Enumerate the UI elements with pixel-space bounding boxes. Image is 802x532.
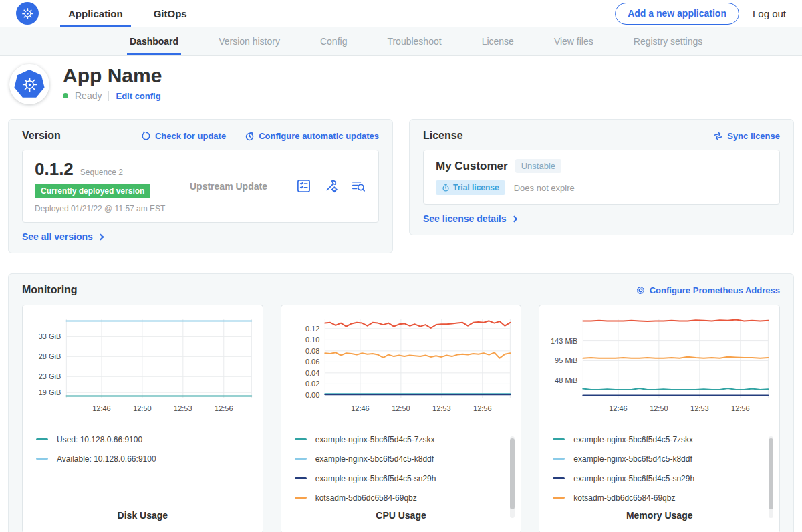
- svg-text:19 GiB: 19 GiB: [39, 388, 61, 396]
- legend-color-dash: [295, 438, 307, 440]
- tab-dashboard[interactable]: Dashboard: [127, 27, 181, 55]
- check-for-update-label: Check for update: [155, 131, 226, 141]
- edit-config-link[interactable]: Edit config: [116, 91, 160, 101]
- monitoring-section: Monitoring Configure Prometheus Address …: [8, 273, 794, 532]
- svg-text:12:53: 12:53: [690, 404, 709, 412]
- view-logs-icon[interactable]: [351, 178, 366, 194]
- legend-item: kotsadm-5db6dc6584-69qbz: [295, 488, 517, 507]
- check-for-update-link[interactable]: Check for update: [141, 131, 226, 141]
- channel-badge: Unstable: [515, 159, 561, 173]
- sync-license-link[interactable]: Sync license: [713, 131, 780, 141]
- top-navbar: Application GitOps Add a new application…: [0, 0, 802, 27]
- current-version-box: 0.1.2 Sequence 2 Currently deployed vers…: [22, 150, 379, 223]
- legend-item: example-nginx-5bc6f5d4c5-sn29h: [553, 469, 775, 488]
- legend-label: example-nginx-5bc6f5d4c5-7zskx: [315, 435, 435, 444]
- sync-icon: [712, 130, 724, 142]
- legend-color-dash: [295, 458, 307, 460]
- see-all-versions-link[interactable]: See all versions: [22, 231, 103, 242]
- svg-text:12:50: 12:50: [392, 404, 410, 412]
- chart-title: Memory Usage: [543, 510, 775, 526]
- tab-license[interactable]: License: [479, 27, 517, 55]
- legend-color-dash: [36, 438, 48, 440]
- svg-text:28 GiB: 28 GiB: [39, 352, 61, 360]
- chart-legend: example-nginx-5bc6f5d4c5-7zskxexample-ng…: [553, 430, 775, 507]
- chart-title: CPU Usage: [285, 510, 517, 526]
- svg-text:23 GiB: 23 GiB: [39, 372, 61, 380]
- app-status-row: Ready Edit config: [63, 90, 162, 101]
- legend-label: example-nginx-5bc6f5d4c5-sn29h: [573, 474, 694, 483]
- legend-color-dash: [295, 477, 307, 479]
- legend-item: kotsadm-5db6dc6584-69qbz: [553, 488, 775, 507]
- chart-legend: example-nginx-5bc6f5d4c5-7zskxexample-ng…: [295, 430, 517, 507]
- legend-scrollbar[interactable]: [769, 436, 773, 518]
- app-icon: [9, 64, 49, 104]
- tab-version-history[interactable]: Version history: [216, 27, 283, 55]
- legend-scrollbar-thumb[interactable]: [510, 438, 515, 509]
- legend-color-dash: [553, 438, 565, 440]
- svg-text:12:46: 12:46: [351, 404, 370, 412]
- cpu-usage-chart: 0.120.100.080.060.040.020.0012:4612:5012…: [285, 313, 517, 419]
- legend-scrollbar[interactable]: [510, 436, 515, 518]
- logout-button[interactable]: Log out: [753, 8, 786, 19]
- legend-color-dash: [295, 497, 307, 499]
- legend-item: example-nginx-5bc6f5d4c5-7zskx: [295, 430, 517, 449]
- svg-text:12:56: 12:56: [215, 404, 233, 412]
- tab-troubleshoot[interactable]: Troubleshoot: [384, 27, 444, 55]
- primary-nav: Application GitOps: [60, 0, 210, 27]
- tab-config[interactable]: Config: [317, 27, 350, 55]
- legend-color-dash: [553, 497, 565, 499]
- legend-label: Available: 10.128.0.66:9100: [57, 454, 156, 464]
- page-title: App Name: [63, 65, 162, 86]
- config-wrench-icon[interactable]: [323, 178, 339, 194]
- svg-text:0.12: 0.12: [305, 325, 319, 333]
- nav-tab-application-label: Application: [68, 8, 123, 19]
- monitoring-title: Monitoring: [22, 284, 78, 296]
- app-header: App Name Ready Edit config: [0, 56, 802, 115]
- svg-text:12:46: 12:46: [610, 404, 628, 412]
- see-license-details-link[interactable]: See license details: [423, 213, 517, 224]
- status-text: Ready: [75, 90, 102, 101]
- legend-label: kotsadm-5db6dc6584-69qbz: [573, 493, 675, 503]
- license-expiry: Does not expire: [514, 183, 575, 193]
- app-subnav: Dashboard Version history Config Trouble…: [0, 27, 802, 56]
- stopwatch-icon: [442, 184, 450, 192]
- svg-text:48 MiB: 48 MiB: [555, 376, 577, 384]
- svg-text:0.02: 0.02: [305, 380, 319, 388]
- add-application-button[interactable]: Add a new application: [615, 3, 739, 25]
- configure-automatic-updates-link[interactable]: Configure automatic updates: [245, 131, 379, 141]
- chart-legend: Used: 10.128.0.66:9100Available: 10.128.…: [36, 430, 259, 469]
- chevron-right-icon: [97, 233, 104, 240]
- divider: [108, 91, 109, 101]
- legend-label: kotsadm-5db6dc6584-69qbz: [315, 493, 417, 503]
- nav-tab-application[interactable]: Application: [60, 0, 131, 27]
- svg-text:0.10: 0.10: [305, 336, 319, 344]
- deployed-timestamp: Deployed 01/21/22 @ 11:57 am EST: [35, 204, 190, 213]
- svg-text:0.00: 0.00: [305, 391, 319, 399]
- customer-name: My Customer: [436, 160, 508, 173]
- legend-label: Used: 10.128.0.66:9100: [57, 435, 142, 444]
- tab-view-files[interactable]: View files: [551, 27, 596, 55]
- nav-tab-gitops[interactable]: GitOps: [146, 0, 195, 27]
- svg-text:33 GiB: 33 GiB: [39, 332, 61, 340]
- tab-registry-settings[interactable]: Registry settings: [631, 27, 705, 55]
- refresh-icon: [141, 131, 151, 141]
- gear-icon: [636, 285, 646, 295]
- svg-text:12:50: 12:50: [133, 404, 152, 412]
- legend-label: example-nginx-5bc6f5d4c5-k8ddf: [315, 454, 434, 464]
- license-card-title: License: [423, 130, 463, 142]
- legend-color-dash: [36, 458, 48, 460]
- kubernetes-logo[interactable]: [16, 2, 39, 25]
- schedule-update-icon: [245, 131, 255, 141]
- kubernetes-heptagon-icon: [14, 70, 45, 99]
- configure-prometheus-link[interactable]: Configure Prometheus Address: [636, 285, 780, 295]
- preflight-checks-icon[interactable]: [296, 178, 311, 194]
- cpu-usage-chart-card: 0.120.100.080.060.040.020.0012:4612:5012…: [281, 305, 522, 532]
- disk-usage-chart: 33 GiB28 GiB23 GiB19 GiB12:4612:5012:531…: [27, 313, 259, 419]
- chevron-right-icon: [511, 215, 517, 222]
- version-source: Upstream Update: [190, 181, 267, 192]
- disk-usage-chart-card: 33 GiB28 GiB23 GiB19 GiB12:4612:5012:531…: [22, 305, 263, 532]
- memory-usage-chart: 143 MiB95 MiB48 MiB12:4612:5012:5312:56: [543, 313, 775, 419]
- legend-scrollbar-thumb[interactable]: [769, 438, 773, 509]
- sync-license-label: Sync license: [727, 131, 780, 141]
- svg-text:143 MiB: 143 MiB: [551, 337, 577, 345]
